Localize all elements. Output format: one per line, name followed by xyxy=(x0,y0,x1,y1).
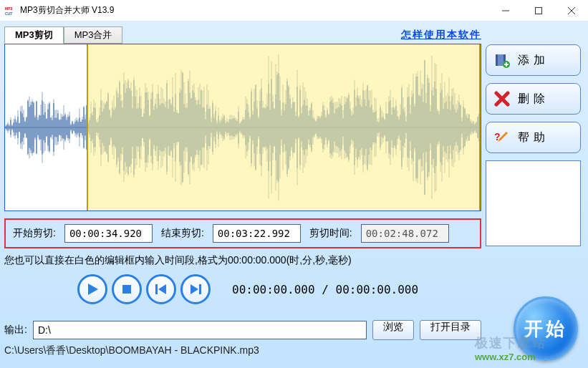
title-bar: MP3CUT MP3剪切合并大师 V13.9 xyxy=(0,0,588,21)
duration-value: 00:02:48.072 xyxy=(361,224,449,243)
svg-marker-676 xyxy=(158,284,166,294)
help-button-label: 帮助 xyxy=(518,130,549,145)
preview-pane xyxy=(486,160,581,246)
svg-text:?: ? xyxy=(494,131,505,142)
duration-label: 剪切时间: xyxy=(309,227,352,240)
format-hint: 您也可以直接在白色的编辑框内输入时间段,格式为00:00:00.000(时,分,… xyxy=(4,254,481,267)
tab-cut[interactable]: MP3剪切 xyxy=(4,26,64,44)
time-controls: 开始剪切: 00:00:34.920 结束剪切: 00:03:22.992 剪切… xyxy=(4,218,481,248)
next-marker-button[interactable] xyxy=(180,274,211,304)
svg-rect-678 xyxy=(199,284,201,294)
svg-text:CUT: CUT xyxy=(5,11,12,16)
svg-rect-675 xyxy=(155,284,158,294)
app-logo-icon: MP3CUT xyxy=(4,5,16,16)
output-path-input[interactable]: D:\ xyxy=(33,321,367,339)
help-pencil-icon: ? xyxy=(493,129,511,146)
selection-range[interactable] xyxy=(87,44,481,210)
help-button[interactable]: ? 帮助 xyxy=(486,122,581,153)
right-column: 添加 删除 ? 帮助 开始 xyxy=(486,26,581,364)
svg-rect-4 xyxy=(536,7,542,14)
left-column: MP3剪切 MP3合并 怎样使用本软件 开始剪切: 00:00:34.920 结… xyxy=(4,26,481,364)
svg-rect-680 xyxy=(496,54,498,66)
main-area: MP3剪切 MP3合并 怎样使用本软件 开始剪切: 00:00:34.920 结… xyxy=(0,21,588,368)
position-total: 00:00:00.000 xyxy=(336,283,419,296)
position-current: 00:00:00.000 xyxy=(232,283,315,296)
source-file-path: C:\Users\香香\Desktop\BOOMBAYAH - BLACKPIN… xyxy=(4,344,481,357)
add-button[interactable]: 添加 xyxy=(486,44,581,76)
output-row: 输出: D:\ 浏览 打开目录 xyxy=(4,320,481,340)
play-button[interactable] xyxy=(77,274,107,304)
how-to-use-link[interactable]: 怎样使用本软件 xyxy=(401,29,481,42)
start-button[interactable]: 开始 xyxy=(514,296,578,361)
window-title: MP3剪切合并大师 V13.9 xyxy=(20,4,489,16)
tabs: MP3剪切 MP3合并 xyxy=(4,26,122,44)
svg-text:MP3: MP3 xyxy=(5,6,13,11)
start-cut-input[interactable]: 00:00:34.920 xyxy=(64,224,153,243)
film-add-icon xyxy=(493,52,511,69)
maximize-button[interactable] xyxy=(522,0,555,21)
top-row: MP3剪切 MP3合并 怎样使用本软件 xyxy=(4,26,481,44)
minimize-button[interactable] xyxy=(489,0,522,21)
playback-position: 00:00:00.000 / 00:00:00.000 xyxy=(232,283,418,296)
open-dir-button[interactable]: 打开目录 xyxy=(420,320,481,340)
position-separator: / xyxy=(315,283,336,296)
output-label: 输出: xyxy=(4,324,27,336)
svg-rect-684 xyxy=(504,64,509,65)
svg-rect-674 xyxy=(122,285,131,294)
waveform-area[interactable] xyxy=(4,44,481,211)
tab-merge[interactable]: MP3合并 xyxy=(64,26,123,44)
close-button[interactable] xyxy=(555,0,588,21)
playback-controls: 00:00:00.000 / 00:00:00.000 xyxy=(4,274,481,304)
start-cut-label: 开始剪切: xyxy=(13,227,56,240)
stop-button[interactable] xyxy=(112,274,142,304)
svg-marker-673 xyxy=(88,284,98,295)
delete-button-label: 删除 xyxy=(518,92,549,107)
delete-x-icon xyxy=(493,90,511,107)
end-cut-input[interactable]: 00:03:22.992 xyxy=(213,224,301,243)
prev-marker-button[interactable] xyxy=(146,274,176,304)
delete-button[interactable]: 删除 xyxy=(486,83,581,115)
svg-marker-677 xyxy=(191,284,198,294)
browse-button[interactable]: 浏览 xyxy=(372,320,414,340)
end-cut-label: 结束剪切: xyxy=(161,227,204,240)
add-button-label: 添加 xyxy=(518,53,549,68)
